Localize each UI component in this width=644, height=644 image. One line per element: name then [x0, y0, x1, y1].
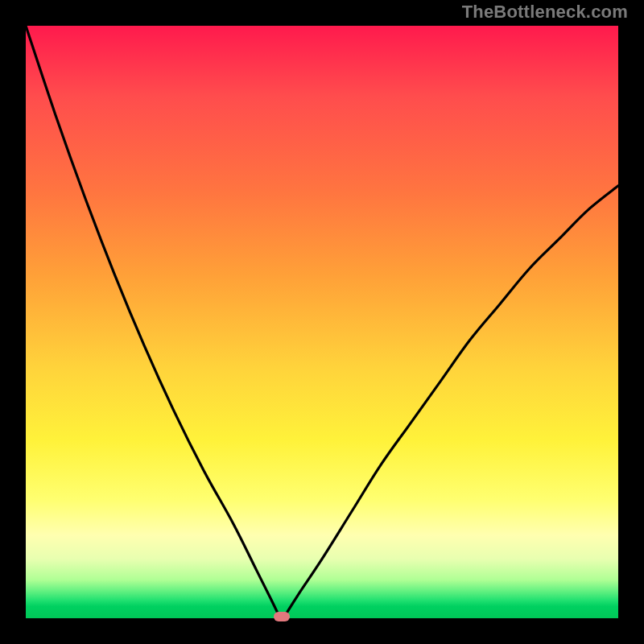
chart-frame: TheBottleneck.com	[0, 0, 644, 644]
watermark-text: TheBottleneck.com	[462, 2, 628, 23]
min-marker	[274, 612, 290, 621]
right-branch-path	[285, 186, 618, 616]
left-branch-path	[26, 26, 279, 615]
curve-layer	[26, 26, 618, 618]
